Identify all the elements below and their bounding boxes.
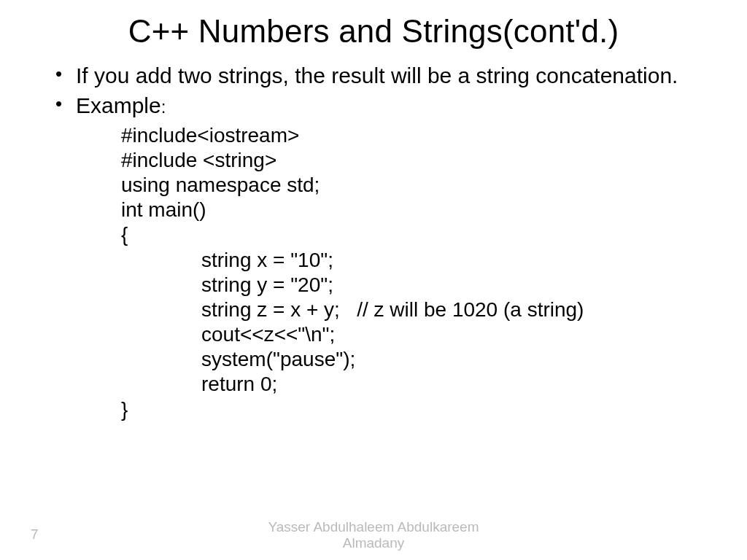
bullet-text: If you add two strings, the result will … [76,63,678,88]
code-line: int main() [121,198,696,222]
bullet-colon: : [161,97,166,117]
slide-title: C++ Numbers and Strings(cont'd.) [51,13,696,50]
code-line: string y = "20"; [121,273,696,298]
code-block: #include<iostream> #include <string> usi… [51,123,696,422]
code-line: #include<iostream> [121,123,696,148]
slide: C++ Numbers and Strings(cont'd.) If you … [0,0,747,560]
code-line: #include <string> [121,148,696,173]
code-line: return 0; [121,372,696,397]
footer-author: Yasser Abdulhaleem Abdulkareem Almadany [0,519,747,551]
code-line: } [121,397,696,422]
code-line: string x = "10"; [121,248,696,273]
bullet-item: If you add two strings, the result will … [51,63,696,88]
bullet-text: Example [76,93,161,117]
bullet-item: Example: [51,93,696,118]
author-line-2: Almadany [343,535,405,551]
code-line: system("pause"); [121,347,696,372]
bullet-list: If you add two strings, the result will … [51,63,696,422]
code-line: string z = x + y; // z will be 1020 (a s… [121,298,696,322]
code-line: cout<<z<<"\n"; [121,322,696,347]
author-line-1: Yasser Abdulhaleem Abdulkareem [268,519,479,534]
code-line: using namespace std; [121,173,696,198]
code-line: { [121,222,696,247]
